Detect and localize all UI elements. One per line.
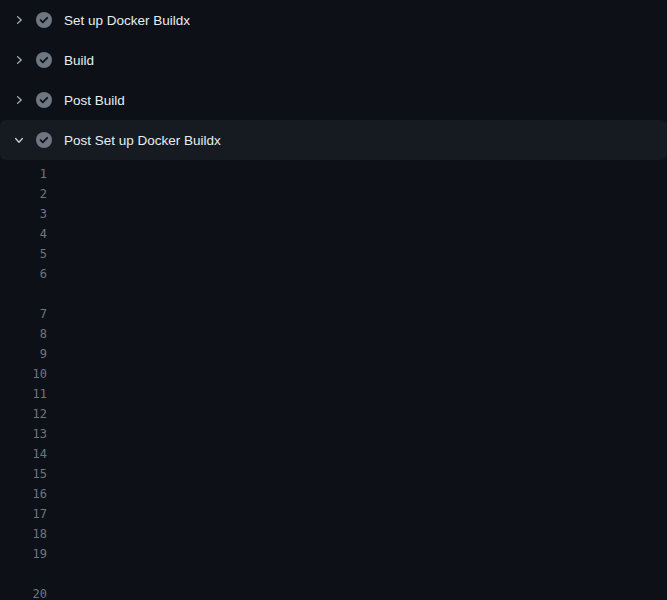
step-label: Post Set up Docker Buildx (64, 133, 221, 148)
line-number[interactable]: 7 (0, 304, 47, 324)
actions-log-viewer: Set up Docker Buildx Build (0, 0, 667, 600)
step-label: Post Build (64, 93, 125, 108)
line-number[interactable]: 8 (0, 324, 47, 344)
log-line: 18time="2021-04-23T18:02:38Z" level=debu… (0, 524, 667, 544)
log-line: 4time="2021-04-23T18:02:37Z" level=info … (0, 224, 667, 244)
log-view: 1Post job cleanup. 2▼BuildKit container … (0, 160, 667, 600)
step-label: Build (64, 53, 94, 68)
step-row-0[interactable]: Set up Docker Buildx (0, 0, 667, 40)
line-number[interactable]: 12 (0, 404, 47, 424)
log-line: 19time="2021-04-23T18:02:38Z" level=debu… (0, 544, 667, 564)
line-number[interactable]: 15 (0, 464, 47, 484)
chevron-right-icon (12, 53, 26, 67)
line-number[interactable]: 6 (0, 264, 47, 284)
line-number[interactable]: 18 (0, 524, 47, 544)
line-number[interactable]: 17 (0, 504, 47, 524)
line-number[interactable]: 2 (0, 184, 47, 204)
log-line: 16time="2021-04-23T18:02:38Z" level=debu… (0, 484, 667, 504)
line-number[interactable]: 10 (0, 364, 47, 384)
log-line: 6time="2021-04-23T18:02:37Z" level=info … (0, 264, 667, 284)
log-line: 13time="2021-04-23T18:02:38Z" level=debu… (0, 424, 667, 444)
check-circle-icon (36, 132, 52, 148)
check-circle-icon (36, 92, 52, 108)
line-number[interactable]: 16 (0, 484, 47, 504)
log-line: 20time="2021-04-23T18:02:38Z" level=debu… (0, 584, 667, 600)
log-line: 15time="2021-04-23T18:02:38Z" level=debu… (0, 464, 667, 484)
log-line: 5time="2021-04-23T18:02:37Z" level=warni… (0, 244, 667, 264)
log-line: 2▼BuildKit container logs (0, 184, 667, 204)
line-number[interactable]: 1 (0, 164, 47, 184)
log-line: 7time="2021-04-23T18:02:37Z" level=warni… (0, 304, 667, 324)
log-line: 14time="2021-04-23T18:02:38Z" level=debu… (0, 444, 667, 464)
line-number[interactable]: 9 (0, 344, 47, 364)
log-line: 9time="2021-04-23T18:02:37Z" level=warni… (0, 344, 667, 364)
log-line: 11time="2021-04-23T18:02:38Z" level=debu… (0, 384, 667, 404)
log-line: 1Post job cleanup. (0, 164, 667, 184)
chevron-right-icon (12, 93, 26, 107)
line-number[interactable]: 11 (0, 384, 47, 404)
step-row-2[interactable]: Post Build (0, 80, 667, 120)
log-line: linux/riscv64 linux/ppc64le linux/s390x … (0, 284, 667, 304)
line-number[interactable]: 4 (0, 224, 47, 244)
line-number[interactable]: 13 (0, 424, 47, 444)
log-line: 12time="2021-04-23T18:02:38Z" level=debu… (0, 404, 667, 424)
line-number[interactable]: 20 (0, 584, 47, 600)
log-line: 10time="2021-04-23T18:02:37Z" level=info… (0, 364, 667, 384)
step-label: Set up Docker Buildx (64, 13, 190, 28)
check-circle-icon (36, 52, 52, 68)
chevron-down-icon (12, 133, 26, 147)
step-row-1[interactable]: Build (0, 40, 667, 80)
step-row-3[interactable]: Post Set up Docker Buildx (0, 120, 667, 160)
line-number[interactable]: 5 (0, 244, 47, 264)
log-line: application/vnd.oci.image.index.v1+json,… (0, 564, 667, 584)
log-line: 17time="2021-04-23T18:02:38Z" level=debu… (0, 504, 667, 524)
steps-list: Set up Docker Buildx Build (0, 0, 667, 160)
log-line: 8time="2021-04-23T18:02:37Z" level=info … (0, 324, 667, 344)
log-line: 3/usr/bin/docker logs buildx_buildkit_bu… (0, 204, 667, 224)
line-number[interactable]: 19 (0, 544, 47, 564)
line-number[interactable]: 14 (0, 444, 47, 464)
chevron-right-icon (12, 13, 26, 27)
line-number[interactable]: 3 (0, 204, 47, 224)
check-circle-icon (36, 12, 52, 28)
